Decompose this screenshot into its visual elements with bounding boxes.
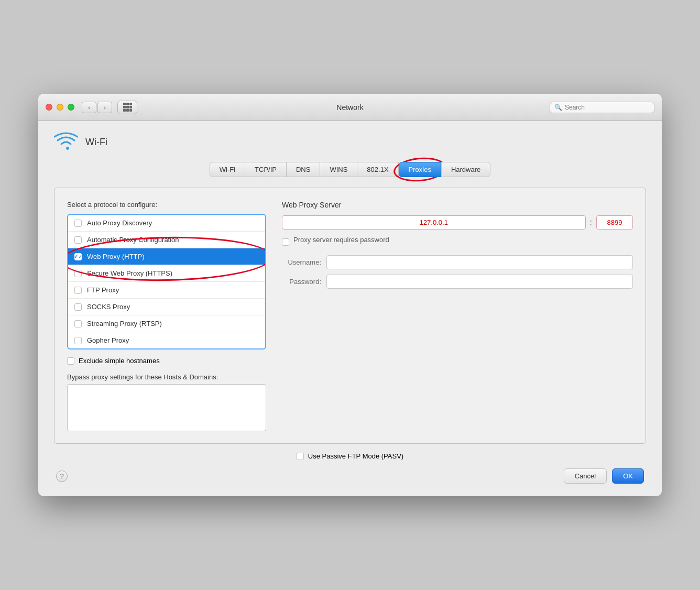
window-title: Network: [336, 103, 363, 112]
wifi-icon: [54, 132, 78, 152]
proxy-server-row: :: [282, 215, 633, 230]
protocol-label-web-proxy-http: Web Proxy (HTTP): [87, 253, 145, 260]
checkbox-auto-config[interactable]: [74, 236, 82, 244]
password-label: Password:: [282, 278, 321, 286]
tab-8021x[interactable]: 802.1X: [357, 162, 398, 177]
grid-icon: [123, 103, 132, 112]
minimize-button[interactable]: [57, 104, 63, 111]
window-controls: [46, 104, 74, 111]
main-panel: Select a protocol to configure: Auto Pro…: [54, 188, 646, 444]
wifi-label: Wi-Fi: [85, 137, 107, 148]
close-button[interactable]: [46, 104, 52, 111]
bypass-label: Bypass proxy settings for these Hosts & …: [67, 373, 266, 381]
titlebar: ‹ › Network 🔍: [38, 94, 662, 121]
checkbox-socks-proxy[interactable]: [74, 303, 82, 311]
protocol-item-ftp-proxy[interactable]: FTP Proxy: [68, 282, 265, 299]
exclude-checkbox[interactable]: [67, 357, 74, 365]
requires-password-row[interactable]: Proxy server requires password: [282, 236, 633, 248]
maximize-button[interactable]: [68, 104, 74, 111]
protocol-item-secure-web-proxy[interactable]: Secure Web Proxy (HTTPS): [68, 265, 265, 282]
cancel-button[interactable]: Cancel: [564, 468, 607, 484]
protocol-item-socks-proxy[interactable]: SOCKS Proxy: [68, 299, 265, 315]
protocol-label-auto-config: Automatic Proxy Configuration: [87, 236, 179, 244]
protocol-item-streaming-proxy[interactable]: Streaming Proxy (RTSP): [68, 315, 265, 332]
tab-wins[interactable]: WINS: [320, 162, 357, 177]
ok-button[interactable]: OK: [612, 468, 644, 484]
protocol-label-socks-proxy: SOCKS Proxy: [87, 303, 130, 311]
requires-password-checkbox[interactable]: [282, 238, 289, 246]
tabs-container: Wi-Fi TCP/IP DNS WINS 802.1X Proxies Har…: [54, 162, 646, 177]
checkbox-streaming-proxy[interactable]: [74, 320, 82, 327]
forward-button[interactable]: ›: [97, 102, 112, 113]
exclude-label: Exclude simple hostnames: [79, 357, 160, 365]
protocol-label-secure-web-proxy: Secure Web Proxy (HTTPS): [87, 269, 172, 277]
checkbox-web-proxy-http[interactable]: ✓: [74, 253, 82, 260]
username-label: Username:: [282, 258, 321, 266]
username-row: Username:: [282, 255, 633, 269]
username-input[interactable]: [326, 255, 633, 269]
footer-row: ? Cancel OK: [54, 468, 646, 484]
search-input[interactable]: [565, 104, 650, 111]
right-panel: Web Proxy Server : Proxy server requires…: [282, 201, 633, 433]
proxy-host-input[interactable]: [282, 215, 586, 230]
nav-buttons: ‹ ›: [82, 102, 112, 113]
protocol-item-auto-config[interactable]: Automatic Proxy Configuration: [68, 232, 265, 248]
content-area: Wi-Fi Wi-Fi TCP/IP DNS WINS 802.1X Proxi…: [38, 121, 662, 496]
pasv-checkbox[interactable]: [297, 453, 304, 460]
password-row-field: Password:: [282, 275, 633, 289]
help-button[interactable]: ?: [56, 471, 68, 482]
protocol-label-gopher-proxy: Gopher Proxy: [87, 336, 129, 344]
protocol-label-streaming-proxy: Streaming Proxy (RTSP): [87, 320, 162, 327]
left-panel: Select a protocol to configure: Auto Pro…: [67, 201, 266, 433]
proxy-server-title: Web Proxy Server: [282, 201, 633, 209]
protocol-item-gopher-proxy[interactable]: Gopher Proxy: [68, 332, 265, 348]
search-icon: 🔍: [554, 104, 562, 111]
requires-password-label: Proxy server requires password: [293, 236, 389, 244]
protocol-item-auto-discovery[interactable]: Auto Proxy Discovery: [68, 215, 265, 232]
proxy-port-input[interactable]: [596, 215, 633, 230]
protocol-label-auto-discovery: Auto Proxy Discovery: [87, 219, 152, 227]
tab-proxies-wrapper: Proxies: [399, 162, 441, 177]
action-buttons: Cancel OK: [564, 468, 644, 484]
tab-tcpip[interactable]: TCP/IP: [245, 162, 287, 177]
section-label: Select a protocol to configure:: [67, 201, 266, 209]
protocol-label-ftp-proxy: FTP Proxy: [87, 286, 119, 294]
bypass-textarea[interactable]: [67, 384, 266, 431]
protocol-list: Auto Proxy Discovery Automatic Proxy Con…: [67, 214, 266, 349]
tab-proxies[interactable]: Proxies: [399, 162, 441, 177]
tab-wifi[interactable]: Wi-Fi: [210, 162, 245, 177]
bottom-area: Use Passive FTP Mode (PASV): [54, 452, 646, 460]
protocol-item-web-proxy-http[interactable]: ✓ Web Proxy (HTTP): [68, 248, 265, 265]
exclude-row[interactable]: Exclude simple hostnames: [67, 357, 266, 365]
show-all-button[interactable]: [117, 101, 137, 114]
checkbox-auto-discovery[interactable]: [74, 220, 82, 227]
tab-hardware[interactable]: Hardware: [441, 162, 490, 177]
checkbox-ftp-proxy[interactable]: [74, 287, 82, 294]
back-button[interactable]: ‹: [82, 102, 96, 113]
checkbox-gopher-proxy[interactable]: [74, 337, 82, 344]
system-preferences-window: ‹ › Network 🔍 Wi-Fi: [38, 94, 662, 496]
tab-dns[interactable]: DNS: [287, 162, 320, 177]
pasv-row[interactable]: Use Passive FTP Mode (PASV): [297, 452, 403, 460]
checkbox-secure-web-proxy[interactable]: [74, 270, 82, 277]
colon-separator: :: [590, 218, 592, 227]
password-input[interactable]: [326, 275, 633, 289]
pasv-label: Use Passive FTP Mode (PASV): [308, 452, 403, 460]
search-bar[interactable]: 🔍: [550, 102, 654, 113]
wifi-header: Wi-Fi: [54, 132, 646, 152]
